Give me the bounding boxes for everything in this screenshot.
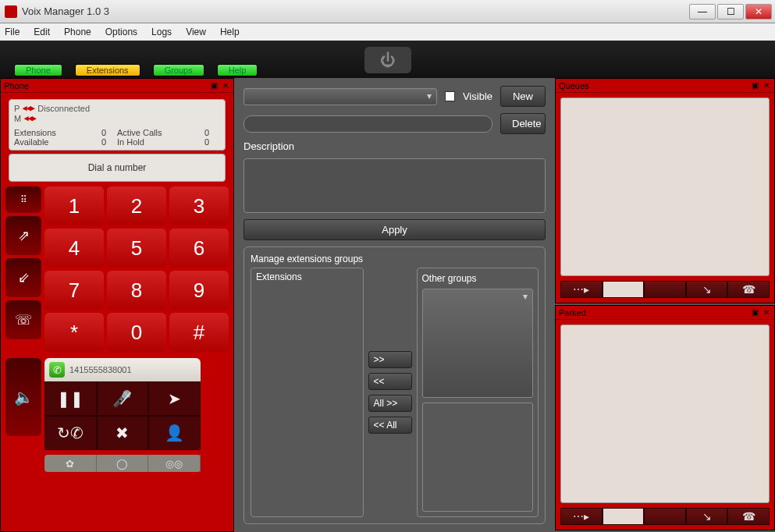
call-icon: ✆ bbox=[49, 362, 65, 378]
menu-view[interactable]: View bbox=[186, 27, 206, 37]
keypad: 1 2 3 4 5 6 7 8 9 * 0 # bbox=[44, 186, 229, 352]
parked-action-down-icon[interactable]: ↘ bbox=[686, 508, 728, 525]
group-manager: Manage extensions groups Extensions >> <… bbox=[244, 246, 546, 524]
settings-icon[interactable]: ✿ bbox=[44, 455, 97, 472]
queues-action-down-icon[interactable]: ↘ bbox=[686, 281, 728, 298]
voicemail-icon[interactable]: ◎◎ bbox=[148, 455, 201, 472]
extensions-editor: Visible New Delete Description Apply Man… bbox=[234, 78, 555, 532]
active-call-card[interactable]: ✆ 1415555838001 bbox=[44, 358, 201, 381]
visible-label: Visible bbox=[463, 90, 492, 102]
queues-action-call-icon[interactable]: ☎ bbox=[727, 281, 770, 298]
in-hold-label: In Hold bbox=[117, 137, 204, 147]
tab-phone[interactable]: Phone bbox=[14, 64, 62, 76]
send-button[interactable]: ➤ bbox=[148, 381, 201, 416]
extensions-list[interactable]: Extensions bbox=[251, 268, 364, 517]
key-9[interactable]: 9 bbox=[169, 271, 229, 310]
key-hash[interactable]: # bbox=[169, 313, 229, 352]
parked-action-next-icon[interactable]: ⋯▸ bbox=[560, 508, 603, 525]
minimize-button[interactable]: — bbox=[689, 4, 716, 20]
visible-checkbox[interactable] bbox=[445, 91, 455, 101]
m-led-icon: ◂◂▸ bbox=[24, 113, 36, 123]
name-input[interactable] bbox=[244, 115, 492, 133]
other-groups-list[interactable] bbox=[422, 403, 534, 512]
hangup-button[interactable]: ✖ bbox=[97, 416, 149, 450]
keypad-grid-icon[interactable]: ⠿ bbox=[5, 186, 41, 213]
description-input[interactable] bbox=[244, 158, 546, 213]
description-label: Description bbox=[244, 140, 546, 152]
move-all-left-button[interactable]: << All bbox=[368, 417, 412, 434]
queues-list[interactable] bbox=[560, 98, 770, 276]
key-5[interactable]: 5 bbox=[107, 229, 166, 268]
parked-list[interactable] bbox=[560, 325, 770, 503]
queues-pin-icon[interactable]: ▣ bbox=[750, 81, 759, 90]
other-groups-select[interactable] bbox=[422, 289, 534, 398]
menu-file[interactable]: File bbox=[5, 27, 20, 37]
queues-input[interactable] bbox=[603, 281, 645, 298]
queues-title: Queues bbox=[559, 81, 589, 90]
menu-phone[interactable]: Phone bbox=[64, 27, 91, 37]
key-star[interactable]: * bbox=[44, 313, 104, 352]
window-title: Voix Manager 1.0 3 bbox=[22, 5, 688, 17]
app-icon bbox=[5, 5, 17, 18]
new-button[interactable]: New bbox=[500, 86, 546, 107]
phone-panel-title: Phone bbox=[4, 81, 29, 90]
menu-logs[interactable]: Logs bbox=[151, 27, 172, 37]
parked-action-call-icon[interactable]: ☎ bbox=[727, 508, 770, 525]
group-select[interactable] bbox=[244, 88, 437, 105]
apply-button[interactable]: Apply bbox=[244, 219, 546, 240]
key-2[interactable]: 2 bbox=[107, 186, 166, 225]
tab-groups[interactable]: Groups bbox=[153, 64, 204, 76]
chat-icon[interactable]: ◯ bbox=[97, 455, 149, 472]
queues-panel: Queues ▣ ✕ ⋯▸ ↘ ☎ bbox=[555, 78, 775, 303]
parked-action-spacer bbox=[644, 508, 686, 525]
other-groups-header: Other groups bbox=[422, 273, 534, 284]
parked-input[interactable] bbox=[603, 508, 645, 525]
delete-button[interactable]: Delete bbox=[500, 113, 546, 134]
key-3[interactable]: 3 bbox=[169, 186, 229, 225]
panel-close-icon[interactable]: ✕ bbox=[221, 81, 230, 90]
menu-edit[interactable]: Edit bbox=[34, 27, 50, 37]
tab-extensions[interactable]: Extensions bbox=[75, 64, 140, 76]
panel-pin-icon[interactable]: ▣ bbox=[209, 81, 219, 90]
move-all-right-button[interactable]: All >> bbox=[368, 395, 412, 412]
move-right-button[interactable]: >> bbox=[368, 351, 412, 368]
extensions-value: 0 bbox=[101, 128, 117, 137]
parked-close-icon[interactable]: ✕ bbox=[762, 308, 771, 317]
transfer-out-icon[interactable]: ⇗ bbox=[5, 216, 41, 255]
parked-pin-icon[interactable]: ▣ bbox=[750, 308, 759, 317]
parked-title: Parked bbox=[559, 308, 586, 317]
queues-close-icon[interactable]: ✕ bbox=[762, 81, 771, 90]
power-button[interactable]: ⏻ bbox=[364, 47, 411, 73]
menu-help[interactable]: Help bbox=[220, 27, 240, 37]
speaker-icon[interactable]: 🔈 bbox=[5, 358, 41, 436]
p-label: P bbox=[14, 104, 20, 113]
queues-action-spacer bbox=[644, 281, 686, 298]
key-1[interactable]: 1 bbox=[44, 186, 104, 225]
phone-panel-header: Phone ▣ ✕ bbox=[1, 79, 233, 93]
key-7[interactable]: 7 bbox=[44, 271, 104, 310]
key-4[interactable]: 4 bbox=[44, 229, 104, 268]
queues-action-next-icon[interactable]: ⋯▸ bbox=[560, 281, 603, 298]
toolbar: Phone Extensions Groups Help ⏻ bbox=[0, 41, 775, 78]
headset-icon[interactable]: ☏ bbox=[5, 300, 41, 339]
key-0[interactable]: 0 bbox=[107, 313, 166, 352]
menubar: File Edit Phone Options Logs View Help bbox=[0, 23, 775, 41]
tab-help[interactable]: Help bbox=[217, 64, 258, 76]
maximize-button[interactable]: ☐ bbox=[717, 4, 744, 20]
pause-button[interactable]: ❚❚ bbox=[44, 381, 97, 416]
phone-panel: Phone ▣ ✕ P ◂◂▸ Disconnected M ◂◂▸ Exten… bbox=[0, 78, 234, 532]
mute-button[interactable]: 🎤̸ bbox=[97, 381, 149, 416]
close-button[interactable]: ✕ bbox=[745, 4, 772, 20]
group-manager-title: Manage extensions groups bbox=[251, 254, 539, 264]
menu-options[interactable]: Options bbox=[105, 27, 137, 37]
transfer-in-icon[interactable]: ⇙ bbox=[5, 258, 41, 297]
key-8[interactable]: 8 bbox=[107, 271, 166, 310]
contact-button[interactable]: 👤 bbox=[148, 416, 201, 450]
move-left-button[interactable]: << bbox=[368, 373, 412, 390]
redial-button[interactable]: ↻✆ bbox=[44, 416, 97, 450]
extensions-header: Extensions bbox=[251, 268, 363, 286]
dial-number-field[interactable]: Dial a number bbox=[9, 154, 226, 182]
active-calls-value: 0 bbox=[204, 128, 220, 137]
key-6[interactable]: 6 bbox=[169, 229, 229, 268]
phone-status: P ◂◂▸ Disconnected M ◂◂▸ Extensions 0 Ac… bbox=[9, 99, 226, 151]
